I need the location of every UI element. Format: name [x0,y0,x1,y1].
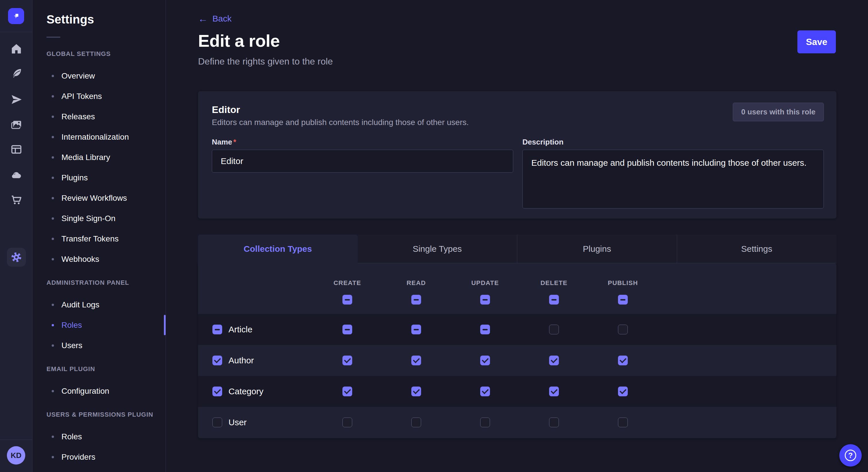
checkbox-category-publish[interactable] [618,386,628,396]
bullet-icon [52,156,54,159]
strapi-logo[interactable] [8,8,24,24]
tab-single-types[interactable]: Single Types [358,235,517,263]
sidebar-item-review-workflows[interactable]: Review Workflows [46,188,166,208]
checkbox-author-update[interactable] [480,356,490,365]
checkbox-article-delete[interactable] [549,325,559,334]
checkbox-author-read[interactable] [411,356,421,365]
question-mark-icon: ? [845,450,856,461]
permissions-header-row: CREATE READ UPDATE DELETE PUBLISH [198,263,836,314]
checkbox-user-read[interactable] [411,417,421,427]
sidebar-item-transfer-tokens[interactable]: Transfer Tokens [46,229,166,249]
name-field-label: Name* [212,138,513,146]
sidebar-item-overview[interactable]: Overview [46,66,166,86]
back-link[interactable]: ← Back [198,14,231,24]
role-description-text: Editors can manage and publish contents … [212,117,824,127]
help-button[interactable]: ? [839,444,862,467]
checkbox-user-create[interactable] [342,417,352,427]
row-label: Category [228,386,264,396]
column-update: UPDATE [451,263,520,305]
cloud-icon[interactable] [0,165,32,185]
media-library-icon[interactable] [0,114,32,135]
save-button[interactable]: Save [797,30,836,53]
checkbox-author-create[interactable] [342,356,352,365]
feather-icon[interactable] [0,63,32,84]
checkbox-user-update[interactable] [480,417,490,427]
sidebar-item-webhooks[interactable]: Webhooks [46,249,166,269]
active-indicator [164,315,166,335]
sidebar-item-audit-logs[interactable]: Audit Logs [46,295,166,315]
section-users-permissions-plugin: USERS & PERMISSIONS PLUGIN [46,411,166,418]
sidebar-item-media-library[interactable]: Media Library [46,147,166,167]
section-email-plugin: EMAIL PLUGIN [46,365,166,373]
paper-plane-icon[interactable] [0,89,32,110]
page-subtitle: Define the rights given to the role [198,56,333,67]
checkbox-select-all-delete[interactable] [549,295,559,305]
bullet-icon [52,436,54,438]
users-with-role-badge[interactable]: 0 users with this role [733,103,824,121]
avatar[interactable]: KD [7,446,25,465]
bullet-icon [52,324,54,326]
checkbox-select-all-read[interactable] [411,295,421,305]
bullet-icon [52,390,54,392]
bullet-icon [52,258,54,260]
checkbox-article-read[interactable] [411,325,421,334]
checkbox-select-all-create[interactable] [342,295,352,305]
required-asterisk: * [234,138,236,146]
sidebar-item-roles-active[interactable]: Roles [46,315,166,335]
checkbox-select-all-publish[interactable] [618,295,628,305]
role-name-heading: Editor [212,104,824,115]
name-field-group: Name* [212,138,513,210]
home-icon[interactable] [0,38,32,59]
tab-settings[interactable]: Settings [677,235,837,263]
checkbox-author-publish[interactable] [618,356,628,365]
checkbox-row-author[interactable] [212,356,222,365]
sidebar-item-single-sign-on[interactable]: Single Sign-On [46,208,166,229]
checkbox-category-delete[interactable] [549,386,559,396]
sidebar-item-configuration[interactable]: Configuration [46,381,166,401]
sidebar-item-plugins[interactable]: Plugins [46,167,166,188]
main-content: ← Back Edit a role Define the rights giv… [166,0,868,472]
tab-collection-types[interactable]: Collection Types [198,235,358,263]
description-field-group: Description Editors can manage and publi… [522,138,824,210]
row-label: User [228,417,247,427]
sidebar-item-internationalization[interactable]: Internationalization [46,127,166,147]
sidebar-item-releases[interactable]: Releases [46,106,166,127]
checkbox-category-create[interactable] [342,386,352,396]
checkbox-select-all-update[interactable] [480,295,490,305]
checkbox-author-delete[interactable] [549,356,559,365]
checkbox-article-create[interactable] [342,325,352,334]
column-create: CREATE [313,263,382,305]
settings-gear-button[interactable] [7,248,26,267]
checkbox-row-article[interactable] [212,325,222,334]
checkbox-category-read[interactable] [411,386,421,396]
checkbox-user-publish[interactable] [618,417,628,427]
sidebar-item-users[interactable]: Users [46,335,166,356]
administration-panel-list: Audit Logs Roles Users [46,295,166,356]
tab-plugins[interactable]: Plugins [517,235,677,263]
bullet-icon [52,238,54,240]
bullet-icon [52,136,54,138]
checkbox-row-user[interactable] [212,417,222,427]
bullet-icon [52,197,54,199]
sidebar-item-providers[interactable]: Providers [46,447,166,467]
bullet-icon [52,344,54,347]
back-arrow-icon: ← [198,14,208,23]
checkbox-user-delete[interactable] [549,417,559,427]
marketplace-cart-icon[interactable] [0,190,32,210]
checkbox-row-category[interactable] [212,386,222,396]
name-input[interactable] [212,150,513,173]
table-row-category: Category [198,376,836,407]
checkbox-article-publish[interactable] [618,325,628,334]
checkbox-category-update[interactable] [480,386,490,396]
sidebar-item-api-tokens[interactable]: API Tokens [46,86,166,106]
bullet-icon [52,177,54,179]
table-row-article: Article [198,314,836,345]
settings-subnav: Settings GLOBAL SETTINGS Overview API To… [33,0,166,472]
column-publish: PUBLISH [588,263,657,305]
sidebar-item-up-roles[interactable]: Roles [46,427,166,447]
table-row-user: User [198,407,836,438]
description-textarea[interactable]: Editors can manage and publish contents … [522,150,824,208]
checkbox-article-update[interactable] [480,325,490,334]
layout-icon[interactable] [0,139,32,160]
nav-divider [0,440,32,440]
